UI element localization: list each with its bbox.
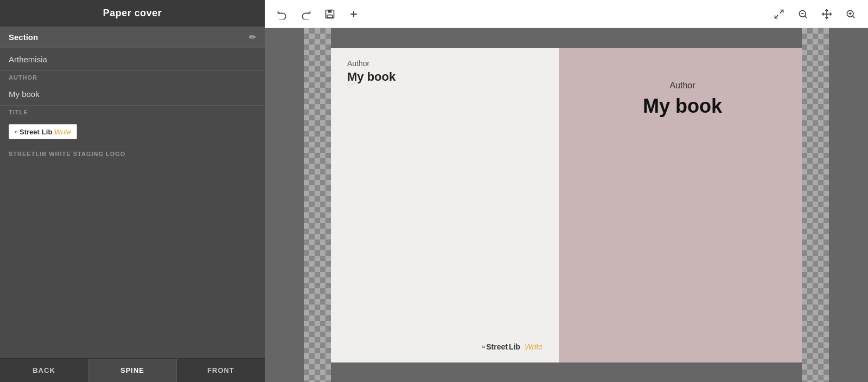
spine-cover (559, 48, 563, 362)
toolbar (265, 0, 868, 28)
back-logo-lib: Lib (509, 342, 520, 351)
edit-icon[interactable]: ✏ (249, 32, 256, 42)
svg-line-8 (805, 16, 807, 18)
svg-line-6 (775, 15, 778, 18)
back-author: Author (347, 59, 542, 68)
add-button[interactable] (345, 7, 362, 22)
logo-write-text: Write (54, 128, 71, 136)
svg-rect-1 (328, 10, 332, 12)
logo-box: ▫ StreetLib Write (9, 124, 77, 139)
author-value[interactable]: Arthemisia (0, 48, 265, 71)
fullscreen-button[interactable] (770, 7, 788, 22)
logo-field-label: STREETLIB WRITE STAGING LOGO (0, 146, 265, 157)
checker-left (304, 28, 331, 382)
back-title: My book (347, 70, 542, 84)
bottom-tabs: BACK SPINE FRONT (0, 358, 265, 382)
tab-back[interactable]: BACK (0, 359, 88, 382)
zoom-out-button[interactable] (794, 7, 812, 22)
left-panel: Paper cover Section ✏ Arthemisia AUTHOR … (0, 0, 265, 382)
front-author: Author (669, 81, 695, 90)
back-cover: Author My book ▫ StreetLib Write (331, 48, 559, 362)
toolbar-right (770, 7, 859, 22)
right-panel: Author My book ▫ StreetLib Write Author … (265, 0, 868, 382)
logo-street-text: Street (20, 128, 40, 136)
canvas-area: Author My book ▫ StreetLib Write Author … (265, 28, 868, 382)
back-logo: ▫ StreetLib Write (482, 342, 542, 352)
svg-rect-2 (327, 15, 333, 17)
tab-front[interactable]: FRONT (177, 359, 265, 382)
covers-container: Author My book ▫ StreetLib Write Author … (331, 48, 802, 362)
title-field-label: TITLE (0, 106, 265, 118)
front-cover: Author My book (563, 48, 802, 362)
redo-button[interactable] (297, 7, 315, 22)
back-logo-icon: ▫ (482, 342, 486, 352)
tab-spine[interactable]: SPINE (88, 359, 177, 382)
move-button[interactable] (818, 7, 835, 22)
zoom-in-button[interactable] (842, 7, 859, 22)
streetlib-icon: ▫ (15, 127, 17, 136)
section-label: Section (9, 33, 38, 42)
front-title: My book (643, 95, 722, 118)
logo-row: ▫ StreetLib Write (0, 118, 265, 146)
author-field-label: AUTHOR (0, 71, 265, 83)
svg-line-13 (853, 16, 855, 18)
panel-title: Paper cover (0, 0, 265, 27)
undo-button[interactable] (273, 7, 291, 22)
title-value[interactable]: My book (0, 83, 265, 106)
save-button[interactable] (321, 7, 339, 22)
svg-line-5 (780, 10, 783, 13)
panel-spacer (0, 157, 265, 358)
checker-right (802, 28, 829, 382)
logo-lib-text: Lib (42, 128, 53, 136)
back-logo-street: Street (486, 342, 508, 351)
section-header: Section ✏ (0, 27, 265, 48)
back-logo-write: Write (525, 342, 542, 351)
